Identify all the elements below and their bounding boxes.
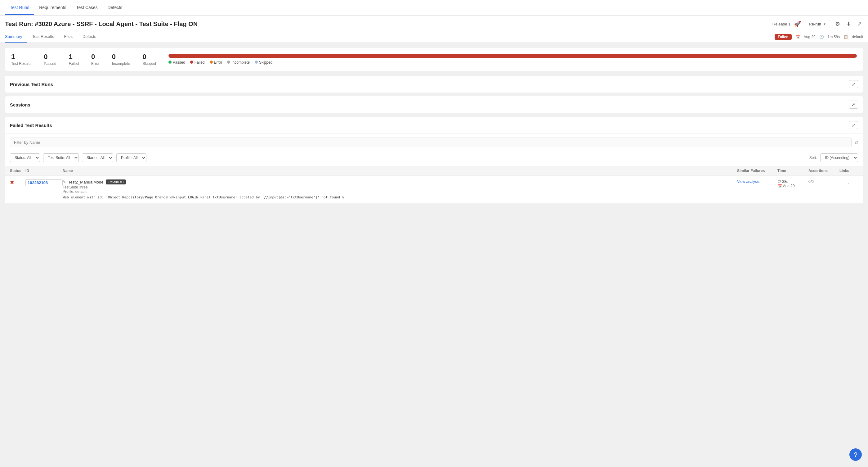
failed-test-results-title: Failed Test Results (10, 123, 52, 128)
stat-failed: 1 Failed (68, 53, 79, 66)
page-title: Test Run: #3020 Azure - SSRF - Local Age… (5, 21, 197, 28)
test-results-label: Test Results (11, 61, 31, 66)
previous-test-runs-section: Previous Test Runs ⤢ (5, 76, 863, 92)
test-suite-filter[interactable]: Test Suite: All (43, 153, 79, 162)
release-label: Release 1 (772, 22, 791, 26)
error-number: 0 (91, 53, 100, 61)
sessions-section: Sessions ⤢ (5, 96, 863, 113)
run-profile: default (852, 35, 863, 39)
started-filter[interactable]: Started: All (82, 153, 113, 162)
similar-failures-column-header: Similar Failures (737, 169, 777, 173)
progress-bar-fill (168, 54, 857, 58)
sub-nav-summary[interactable]: Summary (5, 31, 27, 42)
incomplete-number: 0 (112, 53, 130, 61)
profile-filter[interactable]: Profile: All (116, 153, 147, 162)
id-column-header: ID (25, 169, 63, 173)
time-column-header: Time (777, 169, 808, 173)
legend-skipped: Skipped (255, 60, 272, 65)
test-suite-name: TestSuiteThree (63, 185, 737, 189)
calendar-row-icon: 📅 (777, 184, 782, 188)
rerun-button[interactable]: Re-run ▼ (805, 20, 830, 28)
assertions-value: 0/0 (808, 179, 839, 184)
error-label: Error (91, 61, 100, 66)
chevron-down-icon: ▼ (823, 22, 826, 26)
status-column-header: Status (10, 169, 25, 173)
legend-error: Error (210, 60, 222, 65)
fail-icon: ✖ (10, 179, 25, 185)
nav-item-test-runs[interactable]: Test Runs (5, 1, 34, 15)
page-header: Test Run: #3020 Azure - SSRF - Local Age… (0, 16, 868, 43)
failed-label: Failed (68, 61, 79, 66)
test-date: Aug 29 (783, 184, 795, 188)
sub-nav-test-results[interactable]: Test Results (32, 31, 59, 42)
copy-filter-button[interactable]: ⧉ (855, 140, 858, 145)
legend-failed: Failed (190, 60, 205, 65)
share-icon[interactable]: ↗ (856, 19, 863, 29)
view-analysis-link[interactable]: View analysis (737, 179, 777, 184)
top-nav: Test Runs Requirements Test Cases Defect… (0, 0, 868, 16)
nav-item-requirements[interactable]: Requirements (34, 1, 71, 15)
run-duration: 1m 58s (828, 35, 840, 39)
stat-passed: 0 Passed (44, 53, 56, 66)
stat-error: 0 Error (91, 53, 100, 66)
stats-section: 1 Test Results 0 Passed 1 Failed 0 Error… (5, 48, 863, 71)
more-options-button[interactable]: ⋮ (839, 179, 858, 186)
test-results-number: 1 (11, 53, 31, 61)
test-name-cell: ✎ Test2_ManualMode Re-run #3 TestSuiteTh… (63, 179, 737, 200)
clock-icon: 🕐 (819, 35, 824, 39)
rocket-icon: 🚀 (794, 21, 801, 27)
filter-by-name-input[interactable] (10, 138, 851, 147)
legend-incomplete: Incomplete (227, 60, 250, 65)
sub-nav-defects[interactable]: Defects (83, 31, 101, 42)
sub-nav-files[interactable]: Files (64, 31, 77, 42)
table-header: Status ID Name Similar Failures Time Ass… (5, 166, 863, 175)
calendar-icon: 📅 (796, 35, 800, 39)
progress-section: Passed Failed Error Incomplete Skipped (168, 54, 857, 65)
incomplete-label: Incomplete (112, 61, 130, 66)
nav-item-defects[interactable]: Defects (103, 1, 127, 15)
stat-skipped: 0 Skipped (143, 53, 156, 66)
previous-test-runs-title: Previous Test Runs (10, 82, 53, 87)
release-badge: Release 1 (772, 22, 791, 26)
sort-label: Sort: (809, 155, 817, 160)
nav-item-test-cases[interactable]: Test Cases (71, 1, 102, 15)
table-row: ✖ 102282108 ✎ Test2_ManualMode Re-run #3… (5, 175, 863, 203)
sort-select[interactable]: ID (Ascending) (820, 153, 858, 162)
skipped-number: 0 (143, 53, 156, 61)
expand-failed-results-button[interactable]: ⤢ (849, 121, 858, 129)
test-duration: 38s (782, 179, 788, 184)
legend-passed: Passed (168, 60, 185, 65)
timer-icon: ⏱ (777, 179, 781, 184)
status-filter[interactable]: Status: All (10, 153, 40, 162)
failed-test-results-section: Failed Test Results ⤢ ⧉ Status: All Test… (5, 117, 863, 203)
name-column-header: Name (63, 169, 737, 173)
error-message: Web element with id: 'Object Repository/… (63, 195, 737, 200)
expand-previous-test-runs-button[interactable]: ⤢ (849, 80, 858, 88)
passed-label: Passed (44, 61, 56, 66)
assertions-column-header: Assertions (808, 169, 839, 173)
test-id-badge[interactable]: 102282108 (25, 179, 63, 186)
passed-number: 0 (44, 53, 56, 61)
profile-icon: 📋 (843, 35, 848, 39)
rerun-label: Re-run (809, 22, 821, 26)
run-date: Aug 29 (804, 35, 815, 39)
expand-sessions-button[interactable]: ⤢ (849, 100, 858, 109)
edit-icon: ✎ (63, 180, 66, 184)
stat-test-results: 1 Test Results (11, 53, 31, 66)
failed-number: 1 (68, 53, 79, 61)
skipped-label: Skipped (143, 61, 156, 66)
download-icon[interactable]: ⬇ (845, 19, 852, 29)
test-name-link[interactable]: Test2_ManualMode (68, 180, 103, 184)
status-badge: Failed (775, 34, 792, 40)
stat-incomplete: 0 Incomplete (112, 53, 130, 66)
sessions-title: Sessions (10, 102, 30, 108)
settings-icon[interactable]: ⚙ (834, 19, 841, 29)
rerun-badge: Re-run #3 (106, 179, 126, 184)
time-cell: ⏱ 38s 📅 Aug 29 (777, 179, 808, 188)
test-profile: Profile: default (63, 189, 737, 194)
links-column-header: Links (839, 169, 858, 173)
